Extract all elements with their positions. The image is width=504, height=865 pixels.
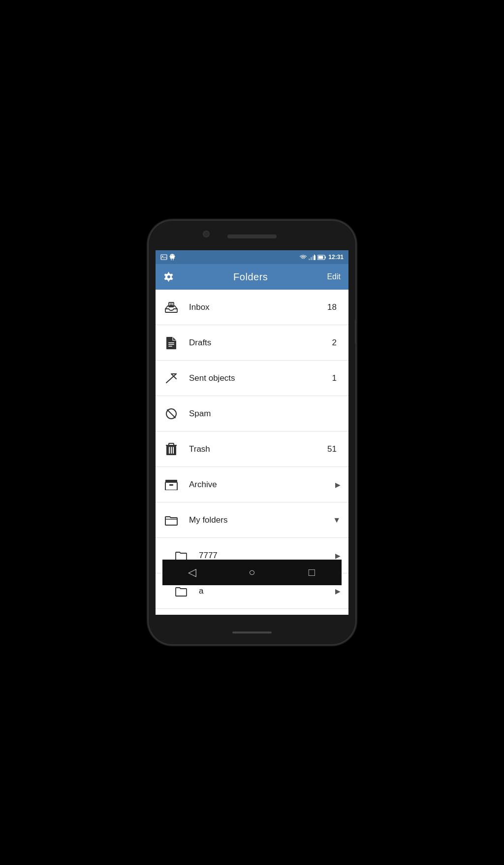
subfolder-a-arrow-icon: ▶ bbox=[335, 587, 341, 595]
front-camera bbox=[203, 231, 210, 237]
folder-item-spam[interactable]: Spam bbox=[156, 396, 348, 432]
sent-icon bbox=[163, 373, 179, 384]
svg-line-25 bbox=[166, 374, 176, 383]
svg-rect-35 bbox=[165, 482, 177, 490]
svg-rect-15 bbox=[318, 256, 323, 259]
drafts-icon bbox=[163, 336, 179, 349]
edit-button[interactable]: Edit bbox=[327, 272, 341, 281]
drafts-count: 2 bbox=[332, 338, 337, 348]
app-bar: Folders Edit bbox=[156, 264, 348, 290]
svg-rect-3 bbox=[170, 256, 175, 259]
home-button[interactable]: ○ bbox=[241, 562, 263, 583]
archive-icon bbox=[163, 479, 179, 490]
spam-icon bbox=[163, 408, 179, 420]
svg-point-5 bbox=[173, 255, 174, 256]
status-bar-right: 12:31 bbox=[300, 254, 344, 261]
inbox-label: Inbox bbox=[189, 302, 327, 312]
svg-rect-23 bbox=[168, 344, 174, 345]
status-time: 12:31 bbox=[328, 254, 344, 261]
trash-count: 51 bbox=[327, 444, 337, 454]
image-icon bbox=[160, 254, 167, 260]
subfolder-a-icon bbox=[173, 586, 189, 597]
sent-label: Sent objects bbox=[189, 373, 332, 383]
recent-button[interactable]: □ bbox=[301, 562, 322, 583]
svg-rect-22 bbox=[168, 342, 174, 343]
folder-item-drafts[interactable]: Drafts 2 bbox=[156, 325, 348, 361]
svg-marker-13 bbox=[314, 254, 315, 260]
svg-rect-36 bbox=[169, 484, 173, 486]
svg-rect-12 bbox=[313, 256, 314, 260]
subfolder-7777-arrow-icon: ▶ bbox=[335, 552, 341, 560]
svg-rect-16 bbox=[325, 256, 326, 258]
status-bar-left bbox=[160, 254, 175, 261]
trash-label: Trash bbox=[189, 444, 327, 454]
spam-label: Spam bbox=[189, 409, 337, 419]
speaker bbox=[227, 234, 277, 238]
settings-button[interactable] bbox=[163, 271, 174, 282]
inbox-icon bbox=[163, 302, 179, 313]
app-bar-title: Folders bbox=[174, 271, 327, 283]
svg-rect-11 bbox=[311, 257, 312, 260]
myfolder-icon bbox=[163, 515, 179, 526]
svg-line-27 bbox=[167, 410, 175, 418]
drafts-label: Drafts bbox=[189, 338, 332, 348]
status-bar: 12:31 bbox=[156, 250, 348, 264]
archive-arrow-icon: ▶ bbox=[335, 481, 341, 489]
svg-rect-24 bbox=[168, 346, 172, 347]
folder-item-archive[interactable]: Archive ▶ bbox=[156, 467, 348, 502]
signal-icon bbox=[309, 254, 315, 260]
screen: 12:31 Folders Edit bbox=[156, 250, 348, 615]
back-button[interactable]: ◁ bbox=[182, 562, 203, 583]
folder-item-inbox[interactable]: Inbox 18 bbox=[156, 290, 348, 325]
folder-item-trash[interactable]: Trash 51 bbox=[156, 432, 348, 467]
nav-bar: ◁ ○ □ bbox=[162, 560, 342, 585]
folder-item-sent[interactable]: Sent objects 1 bbox=[156, 361, 348, 396]
svg-point-18 bbox=[167, 275, 170, 278]
side-button bbox=[355, 319, 355, 344]
home-indicator bbox=[232, 632, 272, 633]
svg-point-4 bbox=[171, 255, 172, 256]
subfolder-7777-label: 7777 bbox=[199, 551, 333, 561]
svg-rect-10 bbox=[309, 259, 310, 260]
subfolder-a-label: a bbox=[199, 586, 333, 596]
trash-icon bbox=[163, 443, 179, 456]
wifi-icon bbox=[300, 255, 307, 260]
android-icon bbox=[169, 254, 175, 261]
archive-label: Archive bbox=[189, 480, 329, 490]
sent-count: 1 bbox=[332, 373, 337, 383]
battery-icon bbox=[317, 255, 326, 260]
inbox-count: 18 bbox=[327, 302, 337, 312]
myfolders-label: My folders bbox=[189, 515, 327, 525]
folder-item-myfolders[interactable]: My folders ▼ bbox=[156, 502, 348, 538]
svg-rect-0 bbox=[161, 255, 167, 260]
myfolders-dropdown-icon: ▼ bbox=[333, 516, 341, 525]
phone-shell: 12:31 Folders Edit bbox=[149, 221, 355, 644]
